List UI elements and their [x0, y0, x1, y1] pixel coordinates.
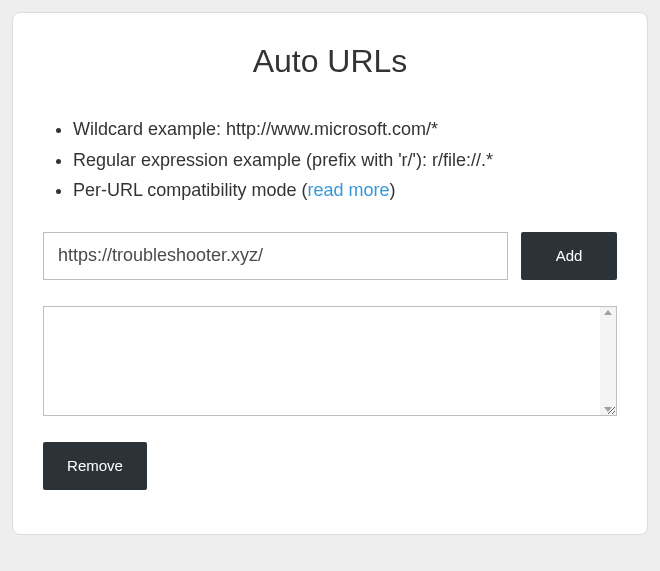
- example-wildcard-text: Wildcard example: http://www.microsoft.c…: [73, 119, 438, 139]
- remove-button[interactable]: Remove: [43, 442, 147, 490]
- example-compat-before: Per-URL compatibility mode (: [73, 180, 307, 200]
- examples-list: Wildcard example: http://www.microsoft.c…: [43, 114, 617, 206]
- scroll-up-icon[interactable]: [604, 310, 612, 315]
- page-title: Auto URLs: [43, 43, 617, 80]
- scroll-down-icon[interactable]: [604, 407, 612, 412]
- example-regex-text: Regular expression example (prefix with …: [73, 150, 493, 170]
- example-regex: Regular expression example (prefix with …: [73, 145, 617, 176]
- read-more-link[interactable]: read more: [307, 180, 389, 200]
- example-compat: Per-URL compatibility mode (read more): [73, 175, 617, 206]
- add-button[interactable]: Add: [521, 232, 617, 280]
- example-compat-after: ): [389, 180, 395, 200]
- auto-urls-card: Auto URLs Wildcard example: http://www.m…: [12, 12, 648, 535]
- url-input-row: Add: [43, 232, 617, 280]
- url-list-area[interactable]: [43, 306, 617, 416]
- example-wildcard: Wildcard example: http://www.microsoft.c…: [73, 114, 617, 145]
- url-input[interactable]: [43, 232, 508, 280]
- scrollbar[interactable]: [600, 307, 616, 415]
